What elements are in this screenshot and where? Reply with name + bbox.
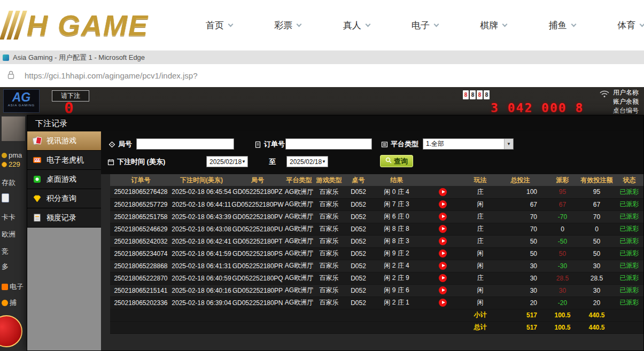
bg-menu-item[interactable]: 卡卡 — [2, 213, 15, 222]
chevron-down-icon — [502, 21, 508, 27]
table-row: 2502180652466292025-02-18 06:43:08GD0522… — [110, 223, 643, 235]
url-text: https://gci.1hhapi.com/agingame/pcv1/ind… — [25, 71, 198, 80]
column-header: 平台类型 — [284, 174, 314, 186]
play-icon[interactable] — [439, 286, 447, 294]
payout-cell: 50 — [546, 247, 579, 260]
nav-item-4[interactable]: 电子 — [412, 19, 438, 32]
subtotal-valid-bet: 440.5 — [579, 309, 614, 321]
table-no-cell: D052 — [344, 210, 373, 223]
bg-menu-label: pma — [9, 151, 22, 159]
bet-cell: 70 — [495, 210, 546, 223]
round-cell: GD052252180PS — [231, 247, 284, 260]
nav-item-2[interactable]: 彩票 — [274, 19, 301, 32]
column-header: 有效投注额 — [579, 174, 614, 186]
account-info: 用户名称账户余额桌台编号 — [613, 88, 644, 115]
game-cell: 百家乐 — [314, 260, 344, 272]
promo-badge[interactable] — [0, 315, 22, 347]
nav-item-6[interactable]: 捕鱼 — [549, 19, 576, 32]
platform-type-select[interactable]: 1.全部 ▼ — [423, 138, 514, 150]
method-cell: 庄 — [465, 186, 495, 198]
game-content: AG ASIA GAMING 请下注 0 8888 3 042 000 8 用户… — [0, 87, 644, 351]
play-icon[interactable] — [439, 188, 447, 196]
play-icon[interactable] — [439, 299, 447, 307]
sidebar-item-1[interactable]: 视讯游戏 — [27, 131, 101, 151]
round-number-label: 局号 — [108, 138, 132, 150]
dropdown-arrow-icon: ▼ — [242, 159, 248, 164]
subtotal-row: 小计517100.5440.5 — [110, 309, 643, 321]
table-row: 2502180652420322025-02-18 06:42:41GD0522… — [110, 235, 643, 247]
order-cell: 250218065251758 — [110, 210, 172, 223]
main-nav: 首页彩票真人电子棋牌捕鱼体育 — [176, 19, 644, 32]
play-icon[interactable] — [439, 225, 447, 233]
play-icon[interactable] — [439, 213, 447, 221]
lock-icon[interactable] — [7, 71, 15, 81]
play-icon[interactable] — [439, 249, 447, 258]
nav-item-1[interactable]: 首页 — [206, 19, 232, 32]
play-icon[interactable] — [439, 200, 447, 208]
bg-menu-item[interactable]: 欧洲 — [2, 230, 15, 239]
subtotal-payout: 100.5 — [546, 309, 579, 321]
sidebar-item-5[interactable]: 额度记录 — [27, 208, 101, 228]
order-cell: 250218065257729 — [110, 198, 172, 210]
replay-cell — [420, 272, 465, 284]
nav-item-7[interactable]: 体育 — [617, 19, 644, 32]
bg-menu-item[interactable]: 电子 — [2, 282, 24, 292]
date-from-select[interactable]: 2025/02/18 ▼ — [206, 156, 248, 167]
time-cell: 2025-02-18 06:39:04 — [172, 297, 231, 309]
play-icon[interactable] — [439, 274, 447, 282]
table-row: 2502180652228702025-02-18 06:40:59GD0522… — [110, 272, 643, 284]
table-row: 2502180652151412025-02-18 06:40:16GD0522… — [110, 284, 643, 297]
site-logo[interactable]: H GAME — [0, 9, 176, 42]
query-button[interactable]: 查询 — [380, 155, 413, 167]
column-header — [420, 174, 465, 186]
nav-item-3[interactable]: 真人 — [343, 19, 370, 32]
result-cell: 闲 6 庄 0 — [373, 210, 420, 223]
sidebar-item-2[interactable]: 777电子老虎机 — [27, 151, 101, 170]
time-cell: 2025-02-18 06:44:11 — [172, 198, 231, 210]
column-header: 结果 — [373, 174, 420, 186]
chevron-down-icon — [571, 21, 576, 27]
records-icon — [33, 213, 42, 222]
round-cell: GD052252180PN — [231, 297, 284, 309]
address-bar[interactable]: https://gci.1hhapi.com/agingame/pcv1/ind… — [0, 64, 644, 87]
table-games-icon — [33, 175, 42, 184]
sidebar-item-3[interactable]: 桌面游戏 — [27, 170, 101, 189]
round-cell: GD052252180PW — [231, 198, 284, 210]
nav-item-5[interactable]: 棋牌 — [480, 19, 507, 32]
svg-text:777: 777 — [34, 158, 41, 162]
total-row: 总计517100.5440.5 — [110, 321, 643, 333]
bg-menu-item[interactable]: 竞 — [2, 247, 9, 256]
play-icon[interactable] — [439, 262, 447, 270]
order-number-icon — [254, 141, 261, 148]
bg-menu-item[interactable]: pma — [2, 151, 22, 159]
time-cell: 2025-02-18 06:41:59 — [172, 247, 231, 260]
time-cell: 2025-02-18 06:45:54 — [172, 186, 231, 198]
bg-menu-item[interactable] — [2, 193, 9, 202]
bg-menu-item[interactable]: 存款 — [2, 178, 15, 188]
bg-menu-item[interactable]: 捕 — [2, 298, 17, 308]
round-number-input[interactable] — [136, 138, 234, 150]
play-icon[interactable] — [439, 237, 447, 245]
bg-menu-item[interactable]: 229 — [2, 160, 20, 168]
status-cell: 已派彩 — [614, 223, 643, 235]
order-cell: 250218065276428 — [110, 186, 172, 198]
modal-title: 下注记录 — [27, 115, 643, 131]
platform-cell: AG欧洲厅 — [284, 235, 314, 247]
nav-item-label: 彩票 — [274, 19, 292, 32]
column-header: 局号 — [231, 174, 284, 186]
payout-cell: -70 — [546, 210, 579, 223]
method-cell: 闲 — [465, 198, 495, 210]
nav-item-label: 首页 — [206, 19, 224, 32]
user-icon — [2, 153, 7, 158]
game-cell: 百家乐 — [314, 235, 344, 247]
round-cell: GD052252180PP — [231, 284, 284, 297]
empty-cell — [172, 321, 231, 333]
valid-cell: 95 — [579, 186, 614, 198]
order-cell: 250218065246629 — [110, 223, 172, 235]
bg-menu-item[interactable]: 多 — [2, 262, 9, 271]
bg-menu-label: 欧洲 — [2, 230, 15, 239]
method-cell: 庄 — [465, 272, 495, 284]
order-number-input[interactable] — [285, 138, 372, 150]
sidebar-item-4[interactable]: 积分查询 — [27, 189, 101, 208]
date-to-select[interactable]: 2025/02/18 ▼ — [286, 156, 328, 167]
